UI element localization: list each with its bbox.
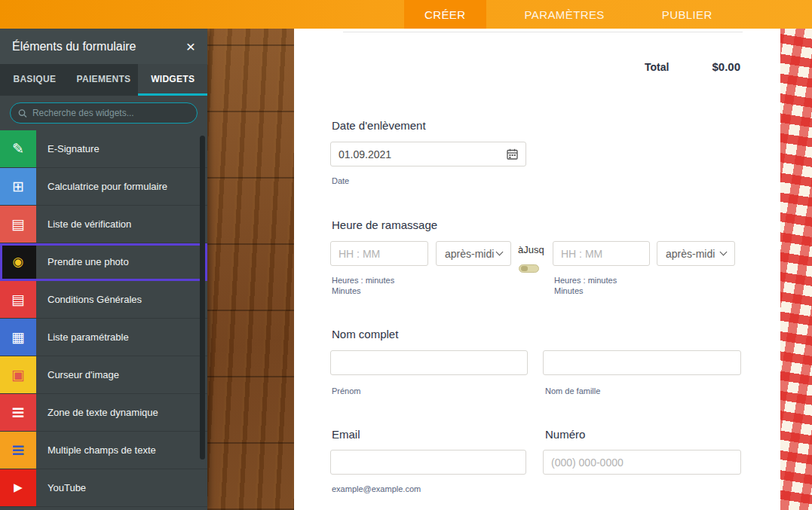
widget-label: Calculatrice pour formulaire: [36, 181, 167, 192]
widget-item-image-slider[interactable]: ▣ Curseur d'image: [0, 356, 207, 394]
widget-item-dynamic-textarea[interactable]: ≡ Zone de texte dynamique: [0, 394, 207, 432]
widget-label: E-Signature: [36, 143, 100, 154]
panel-title: Éléments du formulaire: [12, 40, 136, 53]
scrollbar-thumb[interactable]: [200, 136, 205, 460]
phone-field[interactable]: [551, 457, 733, 469]
last-name-field[interactable]: [551, 357, 733, 369]
time-from-sublabel-1: Heures : minutes: [332, 276, 394, 285]
checklist-icon: ▤: [0, 206, 36, 243]
widget-label: Liste de vérification: [36, 218, 131, 230]
date-input[interactable]: 01.09.2021: [330, 142, 526, 166]
first-name-field[interactable]: [339, 357, 519, 369]
time-from-input[interactable]: [330, 241, 428, 266]
time-separator-toggle[interactable]: [519, 264, 539, 273]
time-from-sublabel-2: Minutes: [332, 286, 361, 295]
form-elements-panel: Éléments du formulaire × BASIQUE PAIEMEN…: [0, 29, 207, 510]
widget-item-checklist[interactable]: ▤ Liste de vérification: [0, 206, 207, 243]
email-field-label: Email: [332, 428, 360, 441]
email-input[interactable]: [330, 450, 526, 475]
total-label: Total: [645, 61, 669, 73]
first-name-input[interactable]: [330, 350, 528, 375]
date-value: 01.09.2021: [339, 148, 391, 160]
configurable-list-icon: ▦: [0, 319, 36, 356]
total-row: Total $0.00: [645, 60, 740, 73]
date-sublabel: Date: [332, 176, 349, 185]
widget-item-calculator[interactable]: ⊞ Calculatrice pour formulaire: [0, 168, 207, 206]
name-field-label: Nom complet: [332, 328, 398, 341]
time-from-hhmm[interactable]: [339, 248, 420, 260]
date-field-label: Date d'enlèvement: [332, 119, 426, 132]
email-sublabel: example@example.com: [332, 484, 421, 493]
youtube-icon: ▶: [0, 469, 36, 506]
dynamic-textarea-icon: ≡: [0, 394, 36, 431]
time-to-hhmm[interactable]: [561, 248, 642, 260]
widget-item-terms[interactable]: ▤ Conditions Générales: [0, 281, 207, 319]
widget-label: Multiple champs de texte: [36, 444, 156, 456]
time-to-period-value: après-midi: [666, 248, 715, 260]
widget-list: ✎ E-Signature ⊞ Calculatrice pour formul…: [0, 130, 207, 507]
search-input[interactable]: [32, 108, 189, 118]
time-to-period-select[interactable]: après-midi: [657, 241, 735, 266]
first-name-sublabel: Prénom: [332, 386, 361, 395]
time-to-input[interactable]: [553, 241, 650, 266]
chevron-down-icon: [496, 249, 504, 256]
widget-label: Curseur d'image: [36, 369, 119, 380]
widget-label: YouTube: [36, 482, 86, 493]
time-to-sublabel-2: Minutes: [554, 286, 584, 295]
terms-document-icon: ▤: [0, 281, 36, 318]
calculator-icon: ⊞: [0, 168, 36, 205]
last-name-input[interactable]: [543, 350, 741, 375]
time-to-sublabel-1: Heures : minutes: [554, 276, 617, 285]
checkered-tablecloth-background: [780, 29, 812, 510]
phone-field-label: Numéro: [545, 428, 585, 441]
widget-label: Liste paramétrable: [36, 331, 129, 343]
widget-item-multiple-text-fields[interactable]: ≡ Multiple champs de texte: [0, 432, 207, 469]
time-separator-label: àJusq: [518, 245, 550, 255]
widget-label: Conditions Générales: [36, 294, 142, 305]
widget-item-e-signature[interactable]: ✎ E-Signature: [0, 130, 207, 168]
time-field-label: Heure de ramassage: [332, 218, 437, 231]
tab-creer[interactable]: CRÉER: [404, 0, 486, 29]
phone-input[interactable]: [543, 450, 741, 475]
search-icon: [18, 108, 27, 118]
camera-icon: ◉: [0, 243, 36, 280]
tab-paiements[interactable]: PAIEMENTS: [69, 64, 139, 96]
widget-label: Prendre une photo: [36, 256, 129, 267]
widget-label: Zone de texte dynamique: [36, 407, 158, 418]
tab-basique[interactable]: BASIQUE: [0, 64, 69, 96]
email-field[interactable]: [339, 457, 518, 469]
widget-item-configurable-list[interactable]: ▦ Liste paramétrable: [0, 319, 207, 356]
last-name-sublabel: Nom de famille: [545, 386, 600, 395]
builder-nav-tabs: CRÉER PARAMÈTRES PUBLIER: [404, 0, 733, 29]
app-window: CRÉER PARAMÈTRES PUBLIER Éléments du for…: [0, 0, 812, 510]
widget-search-area: [0, 96, 207, 130]
chevron-down-icon: [720, 249, 728, 256]
time-from-period-value: après-midi: [445, 248, 494, 260]
image-slider-icon: ▣: [0, 356, 36, 393]
signature-icon: ✎: [0, 130, 36, 167]
calendar-icon[interactable]: [507, 148, 518, 160]
search-box[interactable]: [10, 102, 198, 124]
tab-publier[interactable]: PUBLIER: [642, 0, 733, 29]
form-preview: Total $0.00 Date d'enlèvement 01.09.2021…: [294, 29, 780, 510]
panel-header: Éléments du formulaire ×: [0, 29, 207, 64]
tab-widgets[interactable]: WIDGETS: [138, 64, 207, 96]
time-from-period-select[interactable]: après-midi: [436, 241, 511, 266]
tab-parametres[interactable]: PARAMÈTRES: [504, 0, 625, 29]
close-icon[interactable]: ×: [186, 38, 195, 54]
widget-item-take-photo[interactable]: ◉ Prendre une photo: [0, 243, 207, 281]
top-navigation-bar: CRÉER PARAMÈTRES PUBLIER: [0, 0, 812, 29]
total-value: $0.00: [712, 60, 740, 73]
widget-item-youtube[interactable]: ▶ YouTube: [0, 469, 207, 507]
section-divider: [343, 32, 743, 32]
panel-tabs: BASIQUE PAIEMENTS WIDGETS: [0, 64, 207, 96]
multiple-text-fields-icon: ≡: [0, 432, 36, 469]
